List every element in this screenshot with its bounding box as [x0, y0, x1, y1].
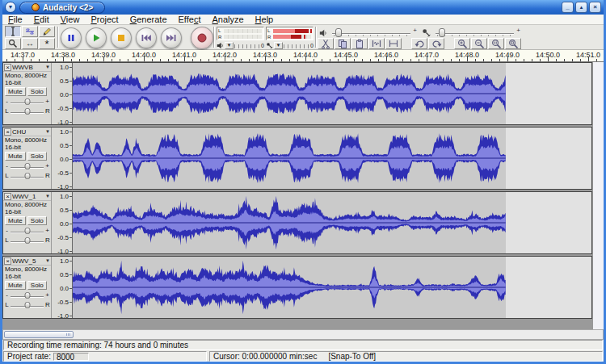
menu-project[interactable]: Project [85, 15, 124, 24]
titlebar[interactable]: ▼ Audacity <2> _ ▲ × [2, 0, 604, 15]
zoom-fit-button[interactable] [505, 38, 521, 49]
window-menu-button[interactable]: ▼ [5, 2, 16, 13]
forward-button[interactable] [161, 27, 182, 48]
cut-button[interactable] [318, 38, 334, 49]
output-meter[interactable]: L R [217, 27, 264, 40]
input-meter-dropdown[interactable]: ▼ [274, 42, 283, 49]
amplitude-label: -0.5 [57, 299, 69, 306]
gain-slider-thumb[interactable] [24, 228, 30, 234]
project-rate-value[interactable]: 8000 [53, 353, 89, 361]
menu-file[interactable]: File [2, 15, 28, 24]
trim-button[interactable] [368, 38, 385, 49]
zoom-in-button[interactable] [454, 38, 470, 49]
undo-button[interactable] [411, 38, 427, 49]
track-title[interactable]: CHU [12, 128, 45, 136]
track-menu-dropdown-icon[interactable]: ▼ [45, 129, 51, 134]
solo-button[interactable]: Solo [27, 281, 47, 290]
zoom-selection-button[interactable] [488, 38, 504, 49]
ruler-tick [410, 59, 411, 61]
record-button[interactable] [191, 27, 213, 49]
horizontal-scrollbar-thumb[interactable] [4, 331, 74, 338]
copy-button[interactable] [335, 38, 351, 49]
gain-slider[interactable]: -+ [3, 225, 51, 235]
menu-view[interactable]: View [55, 15, 86, 24]
solo-button[interactable]: Solo [27, 216, 47, 225]
waveform[interactable] [73, 63, 591, 124]
track-menu-dropdown-icon[interactable]: ▼ [45, 258, 51, 263]
pan-slider-thumb[interactable] [24, 108, 30, 115]
paste-button[interactable] [351, 38, 368, 49]
input-volume-thumb[interactable] [439, 28, 445, 37]
gain-slider[interactable]: -+ [3, 96, 51, 106]
track-menu-dropdown-icon[interactable]: ▼ [45, 194, 51, 199]
mute-button[interactable]: Mute [5, 216, 26, 225]
horizontal-scrollbar[interactable] [2, 329, 604, 340]
input-volume-slider[interactable]: + [436, 28, 520, 37]
mute-button[interactable]: Mute [5, 152, 26, 161]
pan-slider[interactable]: LR [3, 170, 51, 180]
ruler-tick [596, 59, 597, 61]
output-volume-thumb[interactable] [335, 28, 342, 37]
gain-slider-thumb[interactable] [24, 292, 30, 299]
draw-tool-button[interactable] [39, 26, 55, 37]
minimize-button[interactable]: _ [562, 2, 574, 13]
pan-slider[interactable]: LR [3, 106, 51, 115]
mute-button[interactable]: Mute [5, 87, 26, 96]
waveform[interactable] [73, 128, 591, 189]
ruler-tick [451, 59, 452, 61]
ruler-tick [217, 59, 217, 61]
pan-slider[interactable]: LR [3, 235, 51, 245]
gain-slider-thumb[interactable] [24, 98, 30, 105]
stop-button[interactable] [111, 27, 132, 48]
output-meter-dropdown[interactable]: ▼ [225, 42, 234, 49]
rewind-button[interactable] [136, 27, 157, 48]
timeshift-tool-button[interactable]: ↔ [22, 38, 38, 49]
gain-slider[interactable]: -+ [3, 290, 51, 299]
pause-button[interactable] [61, 27, 82, 48]
pan-slider[interactable]: LR [3, 299, 51, 309]
track-row: × CHU ▼ Mono, 8000Hz 16-bit Mute Solo -+… [2, 127, 592, 190]
output-volume-slider[interactable]: + [332, 28, 417, 37]
solo-button[interactable]: Solo [27, 87, 47, 96]
ruler-tick [378, 59, 379, 61]
track-title[interactable]: WWV_5 [12, 257, 45, 265]
redo-button[interactable] [428, 38, 444, 49]
envelope-tool-button[interactable] [22, 26, 38, 37]
multi-tool-button[interactable]: * [39, 38, 55, 49]
menu-edit[interactable]: Edit [28, 15, 55, 24]
menu-help[interactable]: Help [250, 15, 280, 24]
menu-analyze[interactable]: Analyze [206, 15, 249, 24]
track-menu-dropdown-icon[interactable]: ▼ [45, 65, 51, 69]
selection-tool-button[interactable] [5, 26, 21, 37]
microphone-icon [266, 42, 273, 49]
solo-button[interactable]: Solo [27, 152, 47, 161]
pan-slider-thumb[interactable] [24, 302, 30, 308]
track-title[interactable]: WWV_1 [12, 193, 45, 200]
track-close-button[interactable]: × [4, 64, 11, 71]
maximize-button[interactable]: ▲ [575, 2, 587, 13]
play-button[interactable] [86, 27, 107, 48]
pan-slider-thumb[interactable] [24, 237, 30, 244]
amplitude-label: 0.0 [60, 220, 69, 228]
gain-slider[interactable]: -+ [3, 161, 51, 170]
track-close-button[interactable]: × [4, 193, 11, 200]
silence-button[interactable] [385, 38, 402, 49]
menu-effect[interactable]: Effect [173, 15, 207, 24]
zoom-out-button[interactable] [471, 38, 487, 49]
waveform[interactable] [73, 257, 591, 318]
track-close-button[interactable]: × [4, 257, 11, 265]
zoom-tool-button[interactable] [5, 38, 21, 49]
input-meter[interactable]: L R [266, 27, 314, 40]
mute-button[interactable]: Mute [5, 281, 26, 290]
vertical-scrollbar[interactable] [592, 62, 604, 329]
ruler-tick [499, 59, 500, 61]
timeline-ruler[interactable]: 14:37.014:38.014:39.014:40.014:41.014:42… [2, 50, 604, 62]
project-rate-panel: Project rate: 8000 [3, 351, 207, 362]
track-title[interactable]: WWVB [12, 64, 45, 71]
waveform[interactable] [73, 192, 591, 253]
menu-generate[interactable]: Generate [124, 15, 173, 24]
pan-slider-thumb[interactable] [24, 173, 30, 179]
track-close-button[interactable]: × [4, 128, 11, 136]
gain-slider-thumb[interactable] [24, 163, 30, 169]
close-button[interactable]: × [589, 2, 601, 13]
